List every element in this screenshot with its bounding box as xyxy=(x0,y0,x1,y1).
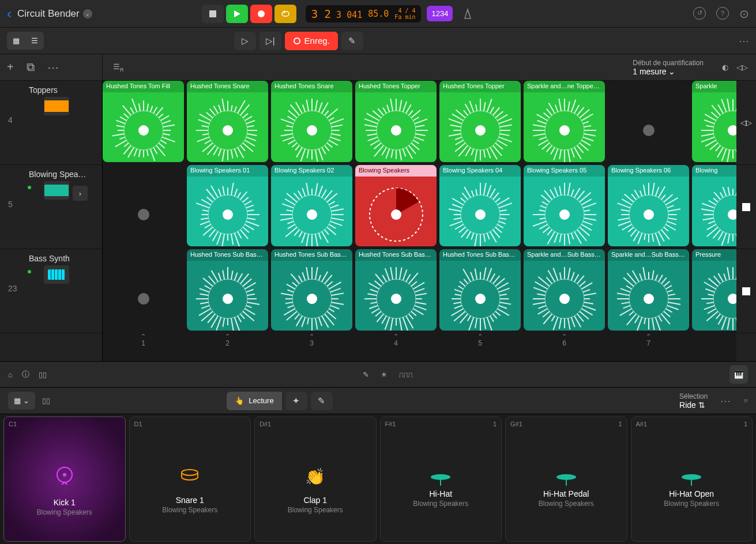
grid-view-button[interactable]: ▦ xyxy=(7,32,25,50)
svg-line-333 xyxy=(294,193,299,199)
svg-line-279 xyxy=(234,232,239,246)
track-name: Toppers xyxy=(29,85,96,95)
mixer-icon[interactable]: ⎍⎍⎍ xyxy=(399,370,413,379)
clip-cell[interactable]: Hushed Tones Sub Bass 02 xyxy=(355,249,437,331)
clip-cell[interactable] xyxy=(608,81,689,162)
panels-icon[interactable]: ▯▯ xyxy=(39,370,47,379)
edit-pencil-button[interactable]: ✎ xyxy=(341,32,363,50)
stop-button[interactable] xyxy=(202,5,224,23)
clip-cell[interactable]: Blowing Speakers 06 xyxy=(608,165,689,246)
svg-line-402 xyxy=(543,227,549,232)
pencil-icon[interactable]: ✎ xyxy=(363,370,369,379)
clip-cell[interactable]: Hushed Tones Topper xyxy=(355,81,437,162)
clip-cell[interactable]: Blowing Speakers 02 xyxy=(271,165,352,246)
expand-icon[interactable]: ◁▷ xyxy=(736,63,748,72)
drum-pad[interactable]: C1Kick 1Blowing Speakers xyxy=(3,417,126,542)
svg-line-137 xyxy=(367,133,377,135)
clip-cell[interactable] xyxy=(103,249,184,331)
drum-pad[interactable]: A#11Hi-Hat OpenBlowing Speakers xyxy=(631,417,753,542)
drum-pad[interactable]: G#11Hi-Hat PedalBlowing Speakers xyxy=(505,417,627,542)
session-record-button[interactable]: Enreg. xyxy=(285,32,338,50)
drum-pad[interactable]: D1Snare 1Blowing Speakers xyxy=(129,417,251,542)
svg-line-598 xyxy=(370,289,377,292)
scene-trigger[interactable]: 5 xyxy=(439,333,521,352)
list-view-button[interactable]: ☰ xyxy=(25,32,44,50)
svg-line-13 xyxy=(150,148,155,160)
scene-trigger[interactable]: 2 xyxy=(187,333,268,352)
chevron-down-icon[interactable]: ⌄ xyxy=(83,9,92,18)
clip-cell[interactable] xyxy=(103,165,184,246)
clip-cell[interactable]: Pressure xyxy=(692,249,736,331)
pad-panels-icon[interactable]: ▯▯ xyxy=(42,396,50,405)
expand-track-button[interactable]: › xyxy=(73,186,88,201)
clip-cell[interactable]: Hushed Tones Topper xyxy=(439,81,521,162)
clip-cell[interactable]: Blowing Speakers 04 xyxy=(439,165,521,246)
scene-trigger[interactable]: 1 xyxy=(103,333,184,352)
scene-stop[interactable] xyxy=(736,165,756,249)
pad-more-icon[interactable]: ⋯ xyxy=(720,395,731,407)
pad-edit-icon[interactable]: ✎ xyxy=(311,392,333,410)
pad-grid-button[interactable]: ▦ ⌄ xyxy=(8,392,35,410)
drum-pad[interactable]: F#11Hi-HatBlowing Speakers xyxy=(380,417,502,542)
svg-line-113 xyxy=(324,111,328,115)
toolbar-more-icon[interactable]: ⋯ xyxy=(739,35,749,47)
track-header-blowing[interactable]: 5 Blowing Spea… › xyxy=(0,165,102,249)
play-button[interactable] xyxy=(226,5,248,23)
keyboard-view-button[interactable]: 🎹 xyxy=(729,365,748,384)
track-header-toppers[interactable]: 4 Toppers xyxy=(0,81,102,165)
lecture-button[interactable]: 👆 Lecture xyxy=(227,392,281,410)
clip-cell[interactable]: Sparkle and…Sub Bass 01 xyxy=(608,249,689,331)
lcd-display[interactable]: 3 2 3 041 85.0 4 / 4Fa min xyxy=(306,5,422,22)
duplicate-track-button[interactable]: ⧉ xyxy=(27,61,35,74)
clip-cell[interactable]: Blowing Speakers 01 xyxy=(187,165,268,246)
clip-waveform xyxy=(187,98,268,162)
back-button[interactable]: ‹ xyxy=(7,6,12,22)
clip-cell[interactable]: Sparkle and…Sub Bass 01 xyxy=(524,249,605,331)
clip-cell[interactable]: Hushed Tones Sub Bass 02 xyxy=(271,249,352,331)
inbox-icon[interactable]: ⌂ xyxy=(8,370,13,379)
scene-trigger[interactable]: 7 xyxy=(608,333,689,352)
svg-line-73 xyxy=(234,106,236,111)
clip-cell[interactable]: Blowing xyxy=(692,165,736,246)
loop-button[interactable] xyxy=(274,5,296,23)
clip-cell[interactable]: Sparkle and…ne Topper 02 xyxy=(524,81,605,162)
scene-trigger[interactable]: 3 xyxy=(271,333,352,352)
add-track-button[interactable]: + xyxy=(7,61,14,74)
svg-line-338 xyxy=(315,183,317,195)
contrast-icon[interactable]: ◐ xyxy=(722,63,728,72)
brightness-icon[interactable]: ☀ xyxy=(381,370,388,379)
project-title[interactable]: Circuit Bender ⌄ xyxy=(17,8,92,20)
count-in-button[interactable]: 1234 xyxy=(427,6,453,21)
quantize-control[interactable]: Début de quantification 1 mesure ⌄ xyxy=(633,59,714,76)
scene-play-all[interactable]: ◁▷ xyxy=(736,81,756,165)
undo-icon[interactable]: ↺ xyxy=(693,7,706,20)
clip-waveform xyxy=(524,267,605,331)
clip-cell[interactable]: Blowing Speakers xyxy=(355,165,437,246)
clip-cell[interactable]: Hushed Tones Snare xyxy=(271,81,352,162)
clip-cell[interactable]: Sparkle xyxy=(692,81,736,162)
target-icon[interactable]: ✦ xyxy=(285,392,307,410)
track-header-bass[interactable]: 23 Bass Synth xyxy=(0,249,102,333)
drum-pad[interactable]: D#1👏Clap 1Blowing Speakers xyxy=(254,417,377,542)
clip-cell[interactable]: Hushed Tones Snare xyxy=(187,81,268,162)
more-icon[interactable]: ⊙ xyxy=(739,7,749,21)
metronome-button[interactable] xyxy=(458,5,477,23)
svg-line-45 xyxy=(247,133,257,135)
info-icon[interactable]: ⓘ xyxy=(22,369,29,380)
clip-cell[interactable]: Hushed Tones Tom Fill xyxy=(103,81,184,162)
pad-drag-icon[interactable]: ≡ xyxy=(743,396,748,405)
scene-trigger[interactable]: 6 xyxy=(524,333,605,352)
scene-stop[interactable] xyxy=(736,249,756,333)
clip-cell[interactable]: Hushed Tones Sub Bass 02 xyxy=(187,249,268,331)
play-next-button[interactable]: ▷| xyxy=(259,32,281,50)
help-icon[interactable]: ? xyxy=(716,7,729,20)
selection-control[interactable]: Sélection Ride ⇅ xyxy=(679,392,708,410)
track-more-icon[interactable]: ⋯ xyxy=(47,61,59,74)
scene-trigger[interactable]: 4 xyxy=(355,333,437,352)
clip-cell[interactable]: Hushed Tones Sub Bass 02 xyxy=(439,249,521,331)
record-button[interactable] xyxy=(250,5,272,23)
svg-line-575 xyxy=(331,292,344,295)
play-from-button[interactable]: ▷ xyxy=(234,32,256,50)
clip-cell[interactable]: Blowing Speakers 05 xyxy=(524,165,605,246)
region-settings-icon[interactable]: ☰R xyxy=(103,62,134,73)
